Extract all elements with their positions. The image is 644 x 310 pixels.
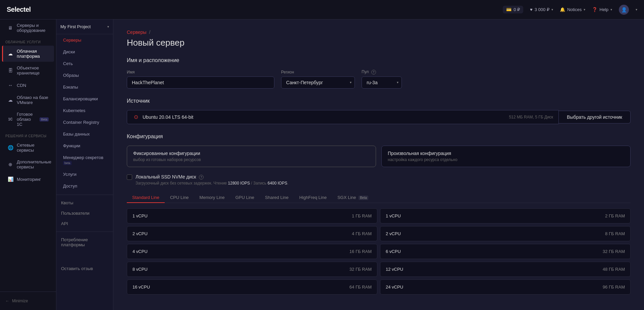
table-row[interactable]: 2 vCPU8 ГБ RAM <box>380 226 631 241</box>
sec-nav-access[interactable]: Доступ <box>58 180 111 192</box>
source-info: ⊙ Ubuntu 20.04 LTS 64-bit <box>132 114 194 120</box>
sidebar-item-cdn[interactable]: ↔ CDN <box>2 79 54 91</box>
table-row[interactable]: 1 vCPU2 ГБ RAM <box>380 208 631 223</box>
balance-widget[interactable]: 💳 0 ₽ <box>503 6 523 13</box>
config-fixed-title: Фиксированные конфигурации <box>133 151 370 156</box>
sec-nav-registry[interactable]: Container Registry <box>58 117 111 128</box>
sec-nav-balancers[interactable]: Балансировщики <box>58 93 111 104</box>
ubuntu-icon: ⊙ <box>132 114 139 120</box>
minimize-arrow: ← <box>5 299 9 303</box>
sidebar-item-network-services[interactable]: 🌐 Сетевые сервисы <box>2 140 54 156</box>
solutions-label: Решения и сервисы <box>0 130 56 139</box>
sidebar-item-vmware[interactable]: ☁ Облако на базе VMware <box>2 92 54 108</box>
sec-nav-consumption[interactable]: Потребление платформы <box>56 235 113 250</box>
sidebar-item-cloud[interactable]: ☁ Облачная платформа <box>2 46 54 62</box>
nvme-checkbox[interactable] <box>127 174 132 180</box>
table-row[interactable]: 4 vCPU16 ГБ RAM <box>127 244 377 259</box>
topbar: Selectel 💳 0 ₽ ♥ 3 000 ₽ ▾ 🔔 Notices ▾ ❓… <box>0 0 644 19</box>
table-row[interactable]: 8 vCPU32 ГБ RAM <box>127 262 377 277</box>
tab-standard[interactable]: Standard Line <box>127 192 165 203</box>
sec-nav-kubernetes[interactable]: Kubernetes <box>58 105 111 116</box>
tab-highfreq[interactable]: HighFreq Line <box>294 192 332 203</box>
sec-nav-secrets[interactable]: Менеджер секретов beta <box>58 152 111 168</box>
nvme-row: Локальный SSD NVMe диск ? Загрузочный ди… <box>127 174 631 186</box>
project-selector[interactable]: My First Project ▾ <box>56 19 113 34</box>
help-button[interactable]: ❓ Help ▾ <box>592 7 612 12</box>
sidebar-item-servers[interactable]: 🖥 Серверы и оборудование <box>2 20 54 36</box>
sec-nav-backups[interactable]: Бэкапы <box>58 82 111 93</box>
table-row[interactable]: 1 vCPU1 ГБ RAM <box>127 208 377 223</box>
sec-nav-servers[interactable]: Серверы <box>58 35 111 46</box>
server-name-input[interactable] <box>127 76 274 89</box>
sec-nav-users[interactable]: Пользователи <box>56 208 113 218</box>
cloud-icon: ☁ <box>7 51 13 57</box>
ram-value: 1 ГБ RAM <box>352 213 372 218</box>
tab-cpu[interactable]: CPU Line <box>165 192 194 203</box>
sidebar-item-label: Сетевые сервисы <box>17 143 49 153</box>
help-label: Help <box>599 7 608 12</box>
tab-sgx[interactable]: SGX Line Beta <box>332 192 374 203</box>
sidebar-item-label: Дополнительные сервисы <box>17 159 51 169</box>
region-select[interactable]: Санкт-Петербург <box>281 76 355 89</box>
notices-label: Notices <box>567 7 582 12</box>
section-config: Конфигурация <box>127 134 631 140</box>
sec-nav-quotas[interactable]: Квоты <box>56 198 113 208</box>
region-select-wrapper: Санкт-Петербург ▾ <box>281 76 355 89</box>
ram-value: 48 ГБ RAM <box>603 267 625 272</box>
pool-help-icon[interactable]: ? <box>371 70 376 74</box>
sec-nav-network[interactable]: Сеть <box>58 58 111 69</box>
help-chevron: ▾ <box>610 8 612 11</box>
project-chevron: ▾ <box>107 25 109 29</box>
tab-shared[interactable]: Shared Line <box>260 192 294 203</box>
tab-gpu[interactable]: GPU Line <box>230 192 260 203</box>
sidebar-item-extra-services[interactable]: ⊕ Дополнительные сервисы <box>2 156 54 172</box>
monitoring-icon: 📊 <box>7 176 13 182</box>
table-row[interactable]: 16 vCPU64 ГБ RAM <box>127 279 377 295</box>
config-grid: 1 vCPU1 ГБ RAM 1 vCPU2 ГБ RAM 2 vCPU4 ГБ… <box>127 208 631 295</box>
table-row[interactable]: 12 vCPU48 ГБ RAM <box>380 262 631 277</box>
section-name-location: Имя и расположение <box>127 57 631 63</box>
tab-memory[interactable]: Memory Line <box>194 192 230 203</box>
table-row[interactable]: 6 vCPU32 ГБ RAM <box>380 244 631 259</box>
bonus-widget[interactable]: ♥ 3 000 ₽ ▾ <box>530 7 553 12</box>
sec-nav-feedback[interactable]: Оставить отзыв <box>56 263 113 274</box>
nvme-read-value: 12800 IOPS <box>228 181 250 186</box>
sec-nav-disks[interactable]: Диски <box>58 46 111 57</box>
sidebar-item-label: Облачная платформа <box>17 49 49 59</box>
ram-value: 96 ГБ RAM <box>603 285 625 290</box>
notices-chevron: ▾ <box>584 8 585 11</box>
select-source-button[interactable]: Выбрать другой источник <box>559 111 631 123</box>
region-label: Регион <box>281 70 355 74</box>
minimize-label: Minimize <box>12 299 28 303</box>
beta-badge-secrets: beta <box>63 161 72 165</box>
sec-nav-databases[interactable]: Базы данных <box>58 128 111 140</box>
vmware-icon: ☁ <box>7 97 13 103</box>
breadcrumb: Серверы / <box>127 30 631 35</box>
sidebar-item-label: Серверы и оборудование <box>17 23 49 33</box>
pool-select[interactable]: ru-3a <box>362 76 402 89</box>
table-row[interactable]: 2 vCPU4 ГБ RAM <box>127 226 377 241</box>
cpu-value: 24 vCPU <box>386 285 403 290</box>
cpu-value: 8 vCPU <box>132 267 148 272</box>
config-custom-sub: настройка каждого ресурса отдельно <box>388 157 624 162</box>
logo: Selectel <box>7 6 31 13</box>
config-custom-card[interactable]: Произвольная конфигурация настройка кажд… <box>381 146 631 167</box>
avatar[interactable]: 👤 <box>619 5 629 15</box>
config-fixed-card[interactable]: Фиксированные конфигурации выбор из гото… <box>127 146 376 167</box>
sidebar-item-monitoring[interactable]: 📊 Мониторинг <box>2 173 54 185</box>
sidebar-item-1c[interactable]: 1C Готовое облако 1С Beta <box>2 109 54 130</box>
sec-nav-functions[interactable]: Функции <box>58 140 111 151</box>
breadcrumb-servers-link[interactable]: Серверы <box>127 30 147 35</box>
source-meta: 512 МБ RAM, 5 ГБ Диск <box>509 115 553 119</box>
minimize-button[interactable]: ← Minimize <box>0 295 56 307</box>
notices-button[interactable]: 🔔 Notices ▾ <box>560 7 585 12</box>
sidebar-item-storage[interactable]: 🗄 Объектное хранилище <box>2 62 54 79</box>
sec-nav-api[interactable]: API <box>56 218 113 229</box>
source-box: ⊙ Ubuntu 20.04 LTS 64-bit 512 МБ RAM, 5 … <box>127 110 559 124</box>
sec-nav-images[interactable]: Образы <box>58 70 111 81</box>
cpu-value: 12 vCPU <box>386 267 403 272</box>
expand-icon[interactable]: ▾ <box>636 8 637 11</box>
table-row[interactable]: 24 vCPU96 ГБ RAM <box>380 279 631 295</box>
sec-nav-services[interactable]: Услуги <box>58 169 111 180</box>
nvme-help-icon[interactable]: ? <box>199 175 204 179</box>
